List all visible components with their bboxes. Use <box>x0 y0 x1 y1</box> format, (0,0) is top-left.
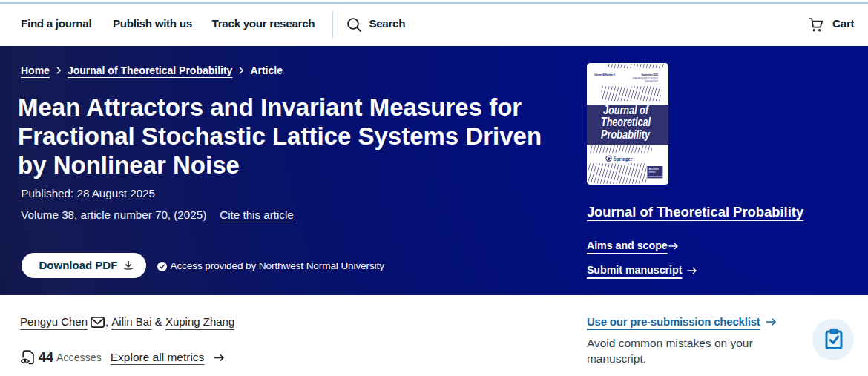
svg-text:www.springerlink.com: www.springerlink.com <box>648 175 665 177</box>
svg-text:Volume 38, Number 3: Volume 38, Number 3 <box>594 73 615 76</box>
svg-text:September 2025: September 2025 <box>641 73 658 76</box>
svg-text:Journal of: Journal of <box>603 102 649 116</box>
svg-text:Theoretical: Theoretical <box>601 115 651 128</box>
svg-text:online: online <box>648 170 655 173</box>
svg-text:Springer: Springer <box>614 156 633 162</box>
svg-text:Probability: Probability <box>601 127 651 140</box>
svg-text:ISSN 0894-9840: ISSN 0894-9840 <box>645 79 658 82</box>
